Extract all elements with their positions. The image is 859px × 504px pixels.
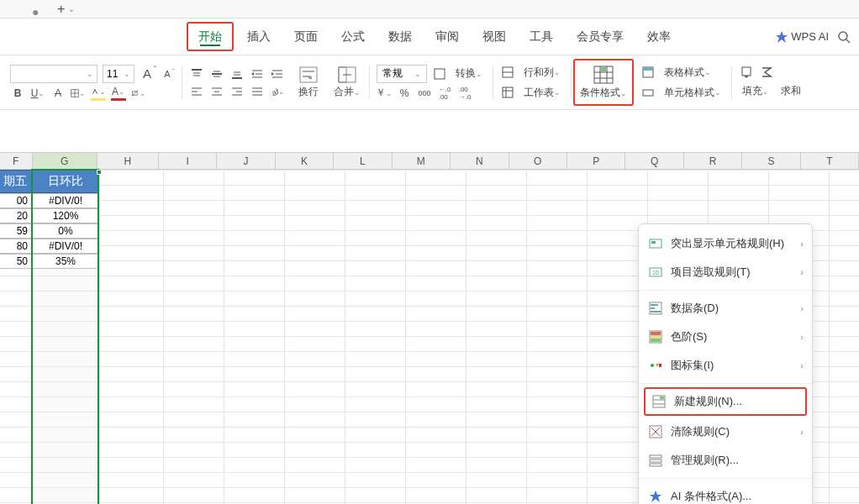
table-cell[interactable]: #DIV/0! (32, 239, 99, 254)
sum-label: 求和 (781, 84, 801, 98)
column-header[interactable]: S (742, 153, 800, 169)
thousands-icon[interactable]: 000 (417, 86, 432, 101)
table-cell[interactable]: 35% (32, 254, 99, 269)
close-icon[interactable]: ● (32, 5, 40, 13)
tab-efficiency[interactable]: 效率 (635, 18, 682, 55)
table-header-cell[interactable]: 日环比 (32, 170, 99, 193)
table-cell[interactable]: 59 (0, 223, 32, 239)
bold-icon[interactable]: B (10, 86, 25, 101)
convert-icon[interactable] (432, 66, 447, 81)
increase-decimal-icon[interactable]: ←.0.00 (437, 86, 452, 101)
search-icon[interactable] (837, 30, 851, 44)
orientation-icon[interactable]: ab⌄ (270, 84, 285, 99)
tab-formula[interactable]: 公式 (329, 18, 377, 55)
new-tab-button[interactable]: + (57, 2, 65, 17)
menu-item[interactable]: 图标集(I)› (639, 351, 812, 380)
align-left-icon[interactable] (189, 84, 204, 99)
column-header[interactable]: I (159, 153, 217, 169)
align-bottom-icon[interactable] (229, 66, 245, 81)
table-cell[interactable]: 50 (0, 254, 32, 269)
borders-icon[interactable]: ⌄ (71, 86, 86, 101)
column-header[interactable]: P (567, 153, 625, 169)
conditional-format-button[interactable]: 条件格式⌄ (573, 59, 634, 106)
table-cell[interactable]: #DIV/0! (32, 193, 99, 208)
chevron-right-icon: › (800, 303, 804, 313)
chevron-down-icon[interactable]: ⌄ (68, 4, 75, 13)
menu-item[interactable]: 色阶(S)› (639, 323, 812, 351)
column-header[interactable]: R (684, 153, 742, 169)
table-cell[interactable]: 20 (0, 208, 32, 223)
merge-cells-button[interactable]: 合并⌄ (327, 59, 367, 106)
column-header[interactable]: H (97, 153, 159, 169)
tab-data[interactable]: 数据 (377, 18, 424, 55)
tab-review[interactable]: 审阅 (424, 18, 471, 55)
align-justify-icon[interactable] (250, 84, 265, 99)
indent-decrease-icon[interactable] (250, 66, 265, 81)
column-header[interactable]: M (393, 153, 451, 169)
fill-color-icon[interactable]: ⌄ (91, 86, 106, 101)
menu-item-label: AI 条件格式(A)... (671, 489, 751, 504)
cell-style-button[interactable]: 单元格样式⌄ (661, 84, 725, 102)
column-header[interactable]: N (451, 153, 509, 169)
menu-item[interactable]: 新建规则(N)... (644, 387, 807, 416)
align-center-icon[interactable] (209, 84, 224, 99)
column-header[interactable]: O (509, 153, 567, 169)
align-middle-icon[interactable] (209, 66, 224, 81)
table-cell[interactable]: 120% (32, 208, 99, 223)
column-header[interactable]: Q (625, 153, 683, 169)
styles-group: 表格样式⌄ 单元格样式⌄ (635, 59, 730, 106)
font-size-select[interactable]: 11⌄ (103, 65, 134, 83)
menu-item[interactable]: 清除规则(C)› (639, 417, 812, 446)
convert-button[interactable]: 转换⌄ (452, 65, 486, 82)
menu-item[interactable]: 管理规则(R)... (639, 446, 812, 475)
menu-item[interactable]: 数据条(D)› (639, 294, 812, 323)
font-color-icon[interactable]: A⌄ (111, 86, 126, 101)
align-top-icon[interactable] (189, 66, 204, 81)
worksheet-button[interactable]: 工作表⌄ (520, 84, 564, 102)
column-header[interactable]: F (0, 153, 33, 169)
worksheet-icon (500, 85, 515, 100)
tab-view[interactable]: 视图 (471, 18, 518, 55)
column-header[interactable]: T (801, 153, 859, 169)
underline-icon[interactable]: U⌄ (30, 86, 45, 101)
font-name-select[interactable]: ⌄ (10, 65, 97, 83)
decrease-decimal-icon[interactable]: .00→.0 (457, 86, 472, 101)
align-right-icon[interactable] (229, 84, 245, 99)
column-header[interactable]: G (33, 153, 97, 169)
sum-button[interactable]: 求和 (777, 82, 804, 100)
menu-item[interactable]: 突出显示单元格规则(H)› (639, 229, 812, 258)
column-header[interactable]: J (217, 153, 275, 169)
menu-item[interactable]: AI 条件格式(A)... (639, 482, 812, 504)
menu-item-label: 清除规则(C) (671, 424, 730, 439)
table-cell[interactable]: 00 (0, 193, 32, 208)
wrap-text-button[interactable]: 换行 (292, 59, 325, 106)
table-cell[interactable]: 80 (0, 239, 32, 254)
spreadsheet-grid[interactable]: FGHIJKLMNOPQRST 期五日环比00#DIV/0!20120%590%… (0, 110, 859, 504)
currency-icon[interactable]: ￥⌄ (377, 86, 392, 101)
strikethrough-icon[interactable]: A (50, 86, 66, 101)
table-style-button[interactable]: 表格样式⌄ (661, 64, 714, 81)
svg-text:ab: ab (271, 86, 278, 97)
decrease-font-icon[interactable]: Aˇ (160, 66, 175, 81)
table-header-cell[interactable]: 期五 (0, 170, 32, 193)
percent-icon[interactable]: % (397, 86, 412, 101)
tab-start[interactable]: 开始 (187, 22, 234, 51)
tab-tools[interactable]: 工具 (518, 18, 565, 55)
menu-item[interactable]: 10项目选取规则(T)› (639, 258, 812, 286)
svg-line-2 (846, 39, 850, 43)
tab-member[interactable]: 会员专享 (565, 18, 635, 55)
increase-font-icon[interactable]: Aˆ (140, 66, 155, 81)
wps-ai-button[interactable]: WPS AI (776, 30, 829, 43)
convert-label: 转换 (456, 66, 476, 81)
tab-page[interactable]: 页面 (282, 18, 329, 55)
number-format-select[interactable]: 常规⌄ (377, 65, 427, 83)
rowcol-button[interactable]: 行和列⌄ (520, 64, 564, 81)
clear-format-icon[interactable]: ⌄ (131, 86, 146, 101)
table-cell[interactable]: 0% (32, 223, 99, 239)
fill-button[interactable]: 填充⌄ (739, 82, 772, 100)
tab-insert[interactable]: 插入 (235, 18, 282, 55)
column-header[interactable]: K (276, 153, 334, 169)
indent-increase-icon[interactable] (270, 66, 285, 81)
column-header[interactable]: L (334, 153, 392, 169)
selection-handle[interactable] (97, 170, 102, 175)
